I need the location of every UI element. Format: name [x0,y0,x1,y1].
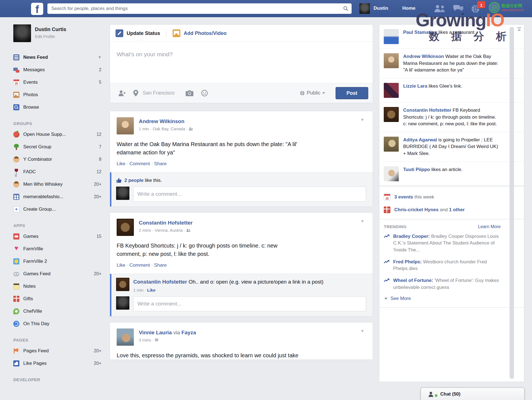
birthdays-row[interactable]: Chris-cricket Hynes and 1 other [384,203,520,216]
post-button[interactable]: Post [336,87,368,99]
facebook-logo[interactable]: f [31,3,43,15]
sidebar-item-on-this-day[interactable]: On This Day [13,317,101,330]
location-value[interactable]: San Francisco [143,90,175,96]
ticker-scrollbar[interactable] [510,27,514,379]
navbar-home-link[interactable]: Home [402,6,415,11]
friend-requests-icon[interactable] [434,4,446,13]
sidebar-item-messages[interactable]: Messages 2 [13,63,101,76]
search-input[interactable] [47,3,352,14]
ticker-name[interactable]: Aditya Agarwal [403,137,437,142]
sidebar-item-gifts[interactable]: Gifts [13,292,101,305]
sidebar-item-notes[interactable]: Notes [13,280,101,292]
via-app-link[interactable]: Fayza [181,330,196,335]
share-link[interactable]: Share [154,263,167,268]
comment-like-link[interactable]: Like [147,288,155,292]
post-author-link[interactable]: Andrew Wilkinson [139,118,193,124]
share-link[interactable]: Share [154,161,167,166]
post-menu-chevron[interactable]: ▼ [360,219,364,223]
sidebar-item-group[interactable]: Y Combinator 8 [13,153,101,165]
ticker-name[interactable]: Tuuti Piippo [403,167,430,172]
unread-count: 20+ [94,194,101,199]
profile-avatar[interactable] [13,24,31,42]
status-input[interactable]: What's on your mind? [110,42,373,67]
sidebar-item-group[interactable]: FADC 12 [13,165,101,178]
ticker-item[interactable]: Lizzie Lara likes Glee's link. [379,78,524,103]
like-link[interactable]: Like [117,263,125,268]
unread-count: 7 [99,144,101,149]
ticker-item[interactable]: Constantin Hofstetter FB Keyboard Shortc… [379,103,524,132]
sidebar-item-like-pages[interactable]: Like Pages 20+ [13,357,101,370]
birthday-name-link[interactable]: Chris-cricket Hynes [394,207,439,212]
trending-item[interactable]: Wheel of Fortune: 'Wheel of Fortune': Gu… [384,277,501,291]
tag-friends-icon[interactable] [118,90,126,96]
post-menu-chevron[interactable]: ▼ [360,328,364,333]
ticker-name[interactable]: Lizzie Lara [403,83,427,89]
messages-icon[interactable] [453,4,464,13]
chat-bar[interactable]: Chat (50) [421,388,525,400]
search-icon[interactable] [343,6,349,12]
trending-item[interactable]: Fred Phelps: Westboro church founder Fre… [384,259,501,272]
comment-input[interactable]: Write a comment... [133,296,366,311]
sidebar-item-events[interactable]: 20 Events 5 [13,76,101,88]
sidebar-item-games[interactable]: Games 15 [13,230,101,243]
sidebar-item-group[interactable]: Men Who Whiskey 20+ [13,178,101,190]
privacy-selector[interactable]: Public [300,90,325,96]
ticker-name[interactable]: Andrew Wilkinson [403,54,444,59]
trending-item[interactable]: Bradley Cooper: Bradley Cooper Disproves… [384,233,501,254]
sidebar-item-pages-feed[interactable]: Pages Feed 20+ [13,345,101,357]
chevron-down-icon[interactable]: ▼ [98,55,101,59]
comment-author-link[interactable]: Constantin Hofstetter [133,279,187,285]
ticker-item[interactable]: Andrew Wilkinson Waiter at the Oak Bay M… [379,49,524,78]
post-author-link[interactable]: Vinnie Lauria via Fayza [139,330,196,336]
sidebar-item-browse[interactable]: Browse [13,101,101,113]
trending-topic[interactable]: Wheel of Fortune: [393,278,433,283]
trending-topic[interactable]: Fred Phelps: [393,259,422,264]
emoji-icon[interactable] [201,90,208,96]
hide-ticker-icon[interactable] [517,27,521,31]
camera-icon[interactable] [186,90,193,96]
post-menu-chevron[interactable]: ▼ [360,117,364,122]
ticker-item[interactable]: Aditya Agarwal is going to Propeller : L… [379,132,524,162]
likers-link[interactable]: 2 people [124,178,144,183]
commenter-avatar [116,187,129,200]
post-author-avatar[interactable] [117,328,134,346]
location-pin-icon[interactable] [133,90,138,96]
learn-more-link[interactable]: Learn More [478,224,501,229]
comment-link[interactable]: Comment [129,161,150,166]
navbar-profile-avatar[interactable] [359,3,370,14]
navbar-profile-link[interactable]: Dustin [374,6,388,11]
other-link[interactable]: 1 other [449,207,465,212]
sidebar-item-photos[interactable]: Photos [13,88,101,101]
tab-add-photos-video[interactable]: Add Photos/Video [184,30,227,36]
see-more-link[interactable]: See More [384,296,501,301]
post-author-link[interactable]: Constantin Hofstetter [139,220,193,226]
profile-name[interactable]: Dustin Curtis [35,27,66,32]
trending-topic[interactable]: Bradley Cooper: [393,234,430,239]
like-link[interactable]: Like [117,161,125,166]
sidebar-item-farmville[interactable]: FarmVille [13,243,101,255]
sidebar-item-group[interactable]: memerablefashio... 20+ [13,190,101,203]
sidebar-item-farmville2[interactable]: FarmVille 2 [13,255,101,267]
ticker-name[interactable]: Constantin Hofstetter [403,108,451,113]
comment-input[interactable]: Write a comment... [133,187,366,202]
events-count-link[interactable]: 3 events [394,194,413,200]
post-author-avatar[interactable] [117,219,134,236]
ticker-name[interactable]: Paul Stamatiou [403,30,437,35]
ticker-item[interactable]: Tuuti Piippo likes an article. [379,162,524,186]
ticker-text: likes a restaurant. [437,30,476,35]
sidebar-item-chefville[interactable]: ChefVille [13,305,101,317]
comment-author-avatar[interactable] [116,278,129,291]
notification-badge[interactable]: 1 [477,1,485,8]
sidebar-item-group[interactable]: Secret Group 7 [13,141,101,153]
sidebar-item-games-feed[interactable]: Games Feed 20+ [13,267,101,280]
sidebar-item-news-feed[interactable]: News Feed ▼ [13,51,101,63]
tab-update-status[interactable]: Update Status [127,30,160,36]
edit-profile-link[interactable]: Edit Profile [35,34,66,39]
events-this-week[interactable]: 20 3 events this week [384,191,520,203]
post-author-avatar[interactable] [117,117,134,134]
profile-block[interactable]: Dustin Curtis Edit Profile [13,24,101,42]
comment-link[interactable]: Comment [129,263,150,268]
ticker-item[interactable]: Paul Stamatiou likes a restaurant. [379,25,524,49]
sidebar-item-group[interactable]: Open House Supp... 12 [13,128,101,141]
sidebar-item-create-group[interactable]: Create Group... [13,203,101,215]
